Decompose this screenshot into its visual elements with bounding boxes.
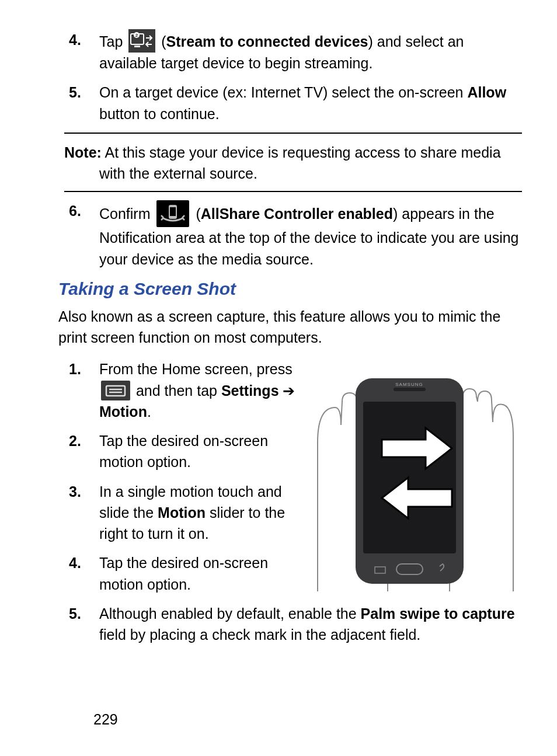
steps-list-a2: 6. Confirm (AllShare Controller enabled)… <box>64 200 522 270</box>
step-b5: 5. Although enabled by default, enable t… <box>64 603 522 646</box>
settings-label: Settings <box>221 382 279 399</box>
step-text-pre: Although enabled by default, enable the <box>99 605 361 622</box>
palm-swipe-figure: SAMSUNG <box>306 361 522 594</box>
step-text-post: button to continue. <box>99 106 220 122</box>
note-label: Note: <box>64 144 102 161</box>
step-text-pre: Tap <box>99 33 127 50</box>
divider <box>64 191 522 192</box>
svg-text:2: 2 <box>135 33 138 38</box>
svg-rect-1 <box>134 46 140 47</box>
section-intro: Also known as a screen capture, this fea… <box>58 306 522 349</box>
left-column: 1. From the Home screen, press and then … <box>64 358 306 603</box>
step-5: 5. On a target device (ex: Internet TV) … <box>64 82 522 124</box>
steps-list-b: 1. From the Home screen, press and then … <box>64 358 302 595</box>
step-b1: 1. From the Home screen, press and then … <box>64 358 302 422</box>
icon-label: Stream to connected devices <box>166 33 368 50</box>
step-b4: 4. Tap the desired on-screen motion opti… <box>64 552 302 595</box>
icon-label: AllShare Controller enabled <box>201 205 393 222</box>
step-number: 5. <box>69 603 81 624</box>
allshare-controller-icon <box>156 200 189 227</box>
palm-swipe-bold: Palm swipe to capture <box>361 605 515 622</box>
stream-to-devices-icon: 2 <box>128 29 155 53</box>
step-number: 4. <box>69 552 81 573</box>
section-heading: Taking a Screen Shot <box>58 279 522 299</box>
manual-page: 4. Tap 2 (Stream to connected devices) a… <box>0 0 557 756</box>
step-number: 4. <box>69 29 81 50</box>
paren-open: ( <box>196 205 200 222</box>
allow-label: Allow <box>467 84 506 100</box>
step-text: Tap the desired on-screen motion option. <box>99 433 268 470</box>
step-6: 6. Confirm (AllShare Controller enabled)… <box>64 200 522 270</box>
menu-icon <box>101 381 130 400</box>
divider <box>64 133 522 134</box>
step-text: Tap the desired on-screen motion option. <box>99 555 268 592</box>
step-number: 3. <box>69 481 81 502</box>
steps-list-a: 4. Tap 2 (Stream to connected devices) a… <box>64 29 522 124</box>
step-number: 5. <box>69 82 81 103</box>
frag2: and then tap <box>136 382 221 399</box>
frag1: From the Home screen, press <box>99 361 293 377</box>
step-text-post: field by placing a check mark in the adj… <box>99 626 420 643</box>
step-number: 6. <box>69 200 81 221</box>
step-text-pre: On a target device (ex: Internet TV) sel… <box>99 84 467 100</box>
page-number: 229 <box>93 711 118 728</box>
phone-brand-text: SAMSUNG <box>395 382 423 387</box>
step-number: 1. <box>69 358 81 379</box>
motion-label: Motion <box>99 403 147 420</box>
arrow: ➔ <box>279 382 295 399</box>
note-text: At this stage your device is requesting … <box>99 144 501 182</box>
period: . <box>147 403 151 420</box>
svg-rect-6 <box>106 386 125 396</box>
step-b3: 3. In a single motion touch and slide th… <box>64 481 302 545</box>
steps-list-b2: 5. Although enabled by default, enable t… <box>64 603 522 646</box>
paren-open: ( <box>161 33 166 50</box>
motion-bold: Motion <box>158 504 206 521</box>
svg-rect-10 <box>363 402 456 553</box>
note-block: Note: At this stage your device is reque… <box>64 142 522 184</box>
svg-rect-5 <box>170 207 176 216</box>
svg-rect-11 <box>394 388 426 391</box>
step-4: 4. Tap 2 (Stream to connected devices) a… <box>64 29 522 74</box>
right-column: SAMSUNG <box>306 358 522 594</box>
step-b2: 2. Tap the desired on-screen motion opti… <box>64 430 302 473</box>
step-text-pre: Confirm <box>99 205 154 222</box>
two-column-layout: 1. From the Home screen, press and then … <box>64 358 522 603</box>
step-number: 2. <box>69 430 81 451</box>
